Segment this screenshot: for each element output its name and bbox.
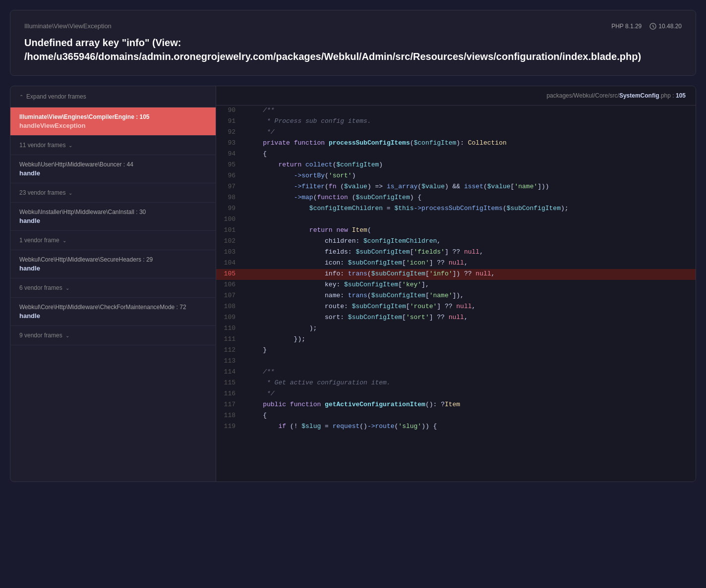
exception-class: Illuminate\View\ViewException [24,22,112,30]
vendor-frames-1[interactable]: 1 vendor frame ⌄ [10,231,216,250]
frame-maintenance[interactable]: Webkul\Core\Http\Middleware\CheckForMain… [10,298,216,326]
code-line-105-highlighted: 105 info: trans($subConfigItem['info']) … [216,269,696,280]
code-line-108: 108 route: $subConfigItem['route'] ?? nu… [216,302,696,313]
code-line-110: 110 ); [216,323,696,334]
code-line-107: 107 name: trans($subConfigItem['name']), [216,291,696,302]
code-line-99: 99 $configItemChildren = $this->processS… [216,204,696,214]
active-frame-method: handleViewException [19,122,207,129]
frame-method-0: handle [19,169,207,177]
chevron-down-icon-2: ⌄ [68,190,72,196]
frame-class-1: Webkul\Installer\Http\Middleware\CanInst… [19,209,207,215]
frame-method-3: handle [19,312,207,320]
code-line-93: 93 private function processSubConfigItem… [216,138,696,149]
frame-class-0: Webkul\User\Http\Middleware\Bouncer : 44 [19,161,207,168]
active-frame[interactable]: Illuminate\View\Engines\CompilerEngine :… [10,107,216,136]
chevron-down-icon-3: ⌄ [62,238,66,243]
frame-class-2: Webkul\Core\Http\Middleware\SecureHeader… [19,256,207,263]
code-line-104: 104 icon: $subConfigItem['icon'] ?? null… [216,258,696,269]
code-line-116: 116 */ [216,389,696,400]
code-line-112: 112 } [216,345,696,356]
vendor-frames-9[interactable]: 9 vendor frames ⌄ [10,326,216,345]
svg-line-2 [653,26,654,28]
frame-secureheaders[interactable]: Webkul\Core\Http\Middleware\SecureHeader… [10,250,216,278]
error-breadcrumb: Illuminate\View\ViewException PHP 8.1.29… [24,22,682,30]
code-line-92: 92 */ [216,127,696,138]
code-line-115: 115 * Get active configuration item. [216,378,696,389]
frame-bouncer[interactable]: Webkul\User\Http\Middleware\Bouncer : 44… [10,155,216,183]
meta-info: PHP 8.1.29 10.48.20 [611,23,682,30]
code-line-103: 103 fields: $subConfigItem['fields'] ?? … [216,247,696,258]
code-line-90: 90 /** [216,106,696,116]
error-header: Illuminate\View\ViewException PHP 8.1.29… [10,10,696,76]
code-line-95: 95 return collect($configItem) [216,160,696,171]
code-panel-header: packages/Webkul/Core/src/SystemConfig.ph… [216,86,696,106]
code-line-109: 109 sort: $subConfigItem['sort'] ?? null… [216,313,696,323]
main-panel: ⌃ Expand vendor frames Illuminate\View\E… [10,86,696,482]
code-panel: packages/Webkul/Core/src/SystemConfig.ph… [216,86,696,481]
line-ref: 105 [676,92,686,99]
code-line-118: 118 { [216,411,696,422]
code-line-114: 114 /** [216,367,696,378]
chevron-down-icon-5: ⌄ [65,333,69,338]
code-line-91: 91 * Process sub config items. [216,116,696,127]
code-line-96: 96 ->sortBy('sort') [216,171,696,182]
code-line-98: 98 ->map(function ($subConfigItem) { [216,193,696,204]
chevron-down-icon-4: ⌄ [65,285,69,291]
frame-method-2: handle [19,265,207,272]
file-path: packages/Webkul/Core/src/SystemConfig.ph… [546,92,686,99]
code-line-97: 97 ->filter(fn ($value) => is_array($val… [216,182,696,193]
frame-method-1: handle [19,217,207,224]
frame-class-3: Webkul\Core\Http\Middleware\CheckForMain… [19,304,207,311]
code-line-111: 111 }); [216,334,696,345]
memory-icon [649,23,656,30]
sidebar: ⌃ Expand vendor frames Illuminate\View\E… [10,86,216,481]
code-line-101: 101 return new Item( [216,225,696,236]
code-line-94: 94 { [216,149,696,160]
code-line-106: 106 key: $subConfigItem['key'], [216,280,696,291]
frame-caninstall[interactable]: Webkul\Installer\Http\Middleware\CanInst… [10,203,216,231]
expand-vendor-frames[interactable]: ⌃ Expand vendor frames [10,86,216,107]
chevron-down-icon: ⌄ [68,143,72,148]
php-version: PHP 8.1.29 [611,23,642,30]
chevron-up-icon: ⌃ [19,94,23,100]
vendor-frames-11[interactable]: 11 vendor frames ⌄ [10,136,216,155]
file-name: SystemConfig [619,92,659,99]
code-line-113: 113 [216,356,696,367]
code-line-102: 102 children: $configItemChildren, [216,236,696,247]
code-line-119: 119 if (! $slug = request()->route('slug… [216,422,696,432]
error-title: Undefined array key "info" (View: /home/… [24,36,682,63]
vendor-frames-6[interactable]: 6 vendor frames ⌄ [10,278,216,298]
code-area[interactable]: 90 /** 91 * Process sub config items. 92… [216,106,696,481]
memory-usage: 10.48.20 [649,23,682,30]
code-line-100: 100 [216,214,696,225]
vendor-frames-23[interactable]: 23 vendor frames ⌄ [10,183,216,203]
active-frame-class: Illuminate\View\Engines\CompilerEngine :… [19,113,207,120]
code-line-117: 117 public function getActiveConfigurati… [216,400,696,411]
